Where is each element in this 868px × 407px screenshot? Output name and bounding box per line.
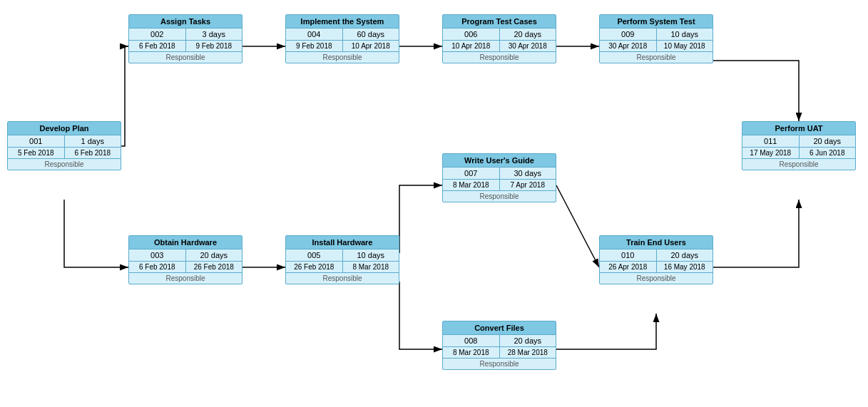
- task-end-develop-plan: 6 Feb 2018: [65, 148, 121, 158]
- task-box-implement-system: Implement the System 004 60 days 9 Feb 2…: [285, 14, 399, 63]
- task-duration-develop-plan: 1 days: [65, 135, 121, 147]
- task-box-train-end-users: Train End Users 010 20 days 26 Apr 2018 …: [599, 235, 713, 284]
- task-box-program-test-cases: Program Test Cases 006 20 days 10 Apr 20…: [442, 14, 556, 63]
- task-box-obtain-hardware: Obtain Hardware 003 20 days 6 Feb 2018 2…: [128, 235, 242, 284]
- task-end-implement-system: 10 Apr 2018: [343, 41, 399, 51]
- task-duration-perform-system-test: 10 days: [657, 29, 713, 40]
- task-duration-perform-uat: 20 days: [800, 135, 856, 147]
- task-duration-write-users-guide: 30 days: [500, 168, 556, 179]
- task-title-train-end-users: Train End Users: [600, 236, 713, 249]
- task-end-assign-tasks: 9 Feb 2018: [186, 41, 242, 51]
- task-duration-train-end-users: 20 days: [657, 249, 713, 261]
- task-end-convert-files: 28 Mar 2018: [500, 347, 556, 358]
- task-responsible-assign-tasks: Responsible: [129, 52, 242, 63]
- task-responsible-write-users-guide: Responsible: [443, 191, 556, 202]
- task-responsible-develop-plan: Responsible: [8, 159, 121, 170]
- task-number-convert-files: 008: [443, 335, 500, 346]
- task-number-obtain-hardware: 003: [129, 249, 186, 261]
- task-duration-assign-tasks: 3 days: [186, 29, 242, 40]
- task-number-train-end-users: 010: [600, 249, 657, 261]
- task-duration-install-hardware: 10 days: [343, 249, 399, 261]
- task-responsible-convert-files: Responsible: [443, 359, 556, 369]
- task-start-train-end-users: 26 Apr 2018: [600, 262, 657, 272]
- task-end-perform-system-test: 10 May 2018: [657, 41, 713, 51]
- task-box-write-users-guide: Write User's Guide 007 30 days 8 Mar 201…: [442, 153, 556, 202]
- task-box-assign-tasks: Assign Tasks 002 3 days 6 Feb 2018 9 Feb…: [128, 14, 242, 63]
- task-number-install-hardware: 005: [286, 249, 343, 261]
- task-title-program-test-cases: Program Test Cases: [443, 15, 556, 29]
- task-title-perform-uat: Perform UAT: [742, 122, 855, 135]
- task-end-perform-uat: 6 Jun 2018: [800, 148, 856, 158]
- task-end-obtain-hardware: 26 Feb 2018: [186, 262, 242, 272]
- task-title-write-users-guide: Write User's Guide: [443, 154, 556, 168]
- task-start-write-users-guide: 8 Mar 2018: [443, 180, 500, 190]
- task-start-convert-files: 8 Mar 2018: [443, 347, 500, 358]
- task-title-assign-tasks: Assign Tasks: [129, 15, 242, 29]
- task-box-perform-uat: Perform UAT 011 20 days 17 May 2018 6 Ju…: [742, 121, 856, 170]
- task-box-install-hardware: Install Hardware 005 10 days 26 Feb 2018…: [285, 235, 399, 284]
- task-start-program-test-cases: 10 Apr 2018: [443, 41, 500, 51]
- task-responsible-obtain-hardware: Responsible: [129, 273, 242, 284]
- task-responsible-install-hardware: Responsible: [286, 273, 399, 284]
- task-number-write-users-guide: 007: [443, 168, 500, 179]
- task-title-develop-plan: Develop Plan: [8, 122, 121, 135]
- task-responsible-perform-system-test: Responsible: [600, 52, 713, 63]
- task-start-perform-system-test: 30 Apr 2018: [600, 41, 657, 51]
- task-start-develop-plan: 5 Feb 2018: [8, 148, 65, 158]
- task-box-perform-system-test: Perform System Test 009 10 days 30 Apr 2…: [599, 14, 713, 63]
- task-end-program-test-cases: 30 Apr 2018: [500, 41, 556, 51]
- task-duration-convert-files: 20 days: [500, 335, 556, 346]
- task-responsible-train-end-users: Responsible: [600, 273, 713, 284]
- task-start-implement-system: 9 Feb 2018: [286, 41, 343, 51]
- task-end-write-users-guide: 7 Apr 2018: [500, 180, 556, 190]
- task-duration-implement-system: 60 days: [343, 29, 399, 40]
- task-duration-program-test-cases: 20 days: [500, 29, 556, 40]
- task-number-program-test-cases: 006: [443, 29, 500, 40]
- task-end-install-hardware: 8 Mar 2018: [343, 262, 399, 272]
- task-duration-obtain-hardware: 20 days: [186, 249, 242, 261]
- task-title-install-hardware: Install Hardware: [286, 236, 399, 249]
- task-title-convert-files: Convert Files: [443, 321, 556, 335]
- task-responsible-perform-uat: Responsible: [742, 159, 855, 170]
- task-start-obtain-hardware: 6 Feb 2018: [129, 262, 186, 272]
- task-responsible-program-test-cases: Responsible: [443, 52, 556, 63]
- task-number-develop-plan: 001: [8, 135, 65, 147]
- task-start-perform-uat: 17 May 2018: [742, 148, 800, 158]
- task-number-implement-system: 004: [286, 29, 343, 40]
- task-box-develop-plan: Develop Plan 001 1 days 5 Feb 2018 6 Feb…: [7, 121, 121, 170]
- task-number-perform-system-test: 009: [600, 29, 657, 40]
- task-responsible-implement-system: Responsible: [286, 52, 399, 63]
- task-end-train-end-users: 16 May 2018: [657, 262, 713, 272]
- task-title-implement-system: Implement the System: [286, 15, 399, 29]
- task-start-install-hardware: 26 Feb 2018: [286, 262, 343, 272]
- task-title-perform-system-test: Perform System Test: [600, 15, 713, 29]
- task-number-perform-uat: 011: [742, 135, 800, 147]
- task-start-assign-tasks: 6 Feb 2018: [129, 41, 186, 51]
- task-title-obtain-hardware: Obtain Hardware: [129, 236, 242, 249]
- task-number-assign-tasks: 002: [129, 29, 186, 40]
- task-box-convert-files: Convert Files 008 20 days 8 Mar 2018 28 …: [442, 321, 556, 370]
